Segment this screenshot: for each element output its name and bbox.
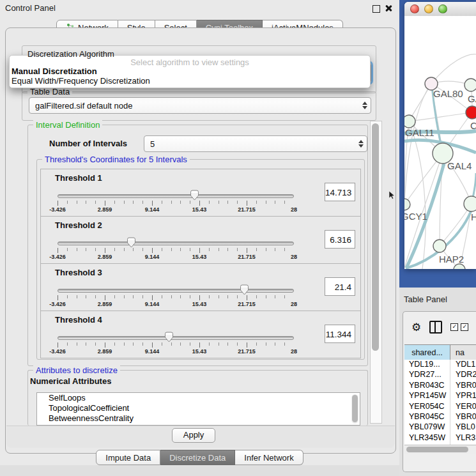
footer-strip	[0, 465, 399, 476]
numerical-attributes-label: Numerical Attributes	[30, 376, 111, 386]
threshold-group-title: Threshold's Coordinates for 5 Intervals	[42, 155, 190, 164]
tick-label: 15.43	[192, 348, 207, 355]
panel-scrollbar[interactable]	[370, 121, 382, 424]
cell-shared-name: YER054C	[404, 402, 450, 412]
tick-label: 21.715	[238, 301, 256, 307]
network-node-red-node[interactable]	[466, 106, 476, 119]
slider-thumb[interactable]	[190, 190, 199, 201]
cyni-mode-tabs: Impute DataDiscretize DataInfer Network	[0, 450, 399, 465]
node-label-red-node: C	[470, 120, 476, 131]
tab-impute-data[interactable]: Impute Data	[96, 450, 160, 465]
apply-button[interactable]: Apply	[172, 428, 215, 443]
table-rows: YDL19...YDL1YDR27...YDR2YBR043CYBR0YPR14…	[404, 360, 476, 445]
network-window[interactable]: GAL80GACGAL11GAL4GCY1HHAP2	[404, 2, 476, 269]
table-panel-title: Table Panel	[404, 295, 447, 304]
table-row[interactable]: YBR045CYBR0	[404, 412, 476, 422]
close-icon[interactable]	[385, 4, 392, 12]
threshold-label: Threshold 2	[55, 220, 102, 230]
attribute-item-betweennesscentrality[interactable]: BetweennessCentrality	[37, 413, 360, 424]
tab-discretize-data[interactable]: Discretize Data	[160, 450, 235, 465]
table-row[interactable]: YDL19...YDL1	[404, 360, 476, 370]
num-intervals-combo[interactable]: 5	[144, 135, 367, 152]
minimize-traffic-light-icon[interactable]	[424, 4, 433, 13]
threshold-slider[interactable]: -3.4262.8599.14415.4321.71528	[58, 193, 294, 213]
threshold-value-field[interactable]: 11.344	[325, 325, 355, 343]
numerical-attributes-list[interactable]: SelfLoopsTopologicalCoefficientBetweenne…	[36, 392, 360, 426]
tab-label: Discretize Data	[169, 453, 226, 463]
table-row[interactable]: YBL079WYBL0	[404, 422, 476, 433]
slider-thumb[interactable]	[127, 237, 136, 248]
tick-label: 28	[291, 301, 297, 307]
network-node-gal11[interactable]	[404, 115, 415, 128]
cyni-toolbox-panel: Table Data galFiltered.sif default node …	[5, 27, 396, 454]
tick-label: 28	[291, 254, 297, 260]
list-scrollbar[interactable]	[351, 394, 358, 424]
table-data-combo-value: galFiltered.sif default node	[29, 101, 359, 111]
checkbox-icon[interactable]: ✓	[461, 323, 468, 331]
threshold-slider[interactable]: -3.4262.8599.14415.4321.71528	[58, 335, 294, 355]
table-data-combo[interactable]: galFiltered.sif default node	[29, 97, 371, 114]
table-row[interactable]: YDR27...YDR2	[404, 370, 476, 380]
panel-scrollbar-thumb[interactable]	[372, 123, 379, 351]
popup-option-manual-discretization[interactable]: Manual Discretization	[12, 66, 97, 76]
num-intervals-label: Number of Intervals	[49, 139, 127, 148]
close-traffic-light-icon[interactable]	[410, 4, 419, 13]
table-row[interactable]: YLR345WYLR3	[404, 433, 476, 443]
horizontal-scrollbar[interactable]	[404, 445, 476, 454]
threshold-slider[interactable]: -3.4262.8599.14415.4321.71528	[58, 240, 294, 261]
algorithm-popup-hint: Select algorithm to view settings	[10, 58, 370, 67]
tab-infer-network[interactable]: Infer Network	[235, 450, 303, 465]
attribute-item-topologicalcoefficient[interactable]: TopologicalCoefficient	[37, 403, 360, 413]
tab-label: Infer Network	[244, 453, 293, 463]
zoom-traffic-light-icon[interactable]	[438, 4, 447, 13]
column-header-name[interactable]: na	[450, 345, 476, 360]
threshold-panel-1: Threshold 1-3.4262.8599.14415.4321.71528…	[40, 169, 361, 217]
table-panel-toolbar: ⚙ ✓ ✓	[403, 312, 476, 342]
cell-shared-name: YPR145W	[404, 391, 450, 401]
threshold-panel-2: Threshold 2-3.4262.8599.14415.4321.71528…	[40, 216, 361, 264]
table-data-group-title: Table Data	[27, 87, 72, 96]
float-window-icon[interactable]	[372, 5, 380, 13]
threshold-value-field[interactable]: 21.4	[325, 277, 355, 296]
node-label-gal80: GAL80	[433, 88, 463, 99]
threshold-slider[interactable]: -3.4262.8599.14415.4321.71528	[58, 288, 294, 308]
tick-label: 28	[291, 206, 297, 213]
table-row[interactable]: YBR043CYBR0	[404, 381, 476, 391]
column-header-shared[interactable]: shared...	[404, 345, 450, 360]
list-scrollbar-thumb[interactable]	[352, 395, 358, 422]
interval-definition-title: Interval Definition	[33, 120, 102, 130]
tick-label: 28	[291, 348, 297, 355]
threshold-value-field[interactable]: 14.713	[325, 183, 355, 201]
popup-option-equal-width-frequency-discretization[interactable]: Equal Width/Frequency Discretization	[12, 76, 150, 86]
slider-thumb[interactable]	[240, 284, 249, 295]
threshold-panel-3: Threshold 3-3.4262.8599.14415.4321.71528…	[40, 263, 361, 311]
checkbox-icon[interactable]: ✓	[450, 323, 458, 331]
attribute-item-selfloops[interactable]: SelfLoops	[37, 393, 360, 403]
threshold-value-field[interactable]: 6.316	[325, 230, 355, 249]
gear-icon[interactable]: ⚙	[411, 322, 421, 333]
horizontal-scrollbar-thumb[interactable]	[406, 447, 468, 452]
attributes-group-title: Attributes to discretize	[33, 365, 120, 375]
node-label-gal11: GAL11	[405, 127, 434, 138]
node-label-gcy1: GCY1	[404, 211, 427, 222]
network-node-h-node[interactable]	[464, 196, 476, 211]
slider-track	[58, 336, 294, 340]
cell-shared-name: YDL19...	[404, 360, 450, 370]
tick-label: -3.426	[49, 254, 66, 260]
network-node-hap2[interactable]	[433, 240, 446, 252]
table-row[interactable]: YPR145WYPR1	[404, 391, 476, 401]
tick-label: 21.715	[238, 348, 256, 355]
slider-track	[58, 242, 294, 245]
table-data-group: Table Data galFiltered.sif default node	[22, 91, 376, 121]
network-node-top-right-node[interactable]	[464, 79, 476, 91]
threshold-stack: Threshold 1-3.4262.8599.14415.4321.71528…	[40, 169, 361, 358]
network-node-gcy1[interactable]	[404, 199, 410, 210]
tick-label: 9.144	[145, 301, 160, 307]
slider-thumb[interactable]	[164, 332, 174, 342]
network-window-titlebar[interactable]	[404, 2, 476, 17]
node-table: shared... na YDL19...YDL1YDR27...YDR2YBR…	[404, 344, 476, 472]
mouse-cursor	[389, 191, 395, 199]
table-row[interactable]: YER054CYER0	[404, 402, 476, 412]
split-columns-icon[interactable]	[429, 321, 442, 334]
network-canvas[interactable]: GAL80GACGAL11GAL4GCY1HHAP2	[404, 16, 476, 269]
